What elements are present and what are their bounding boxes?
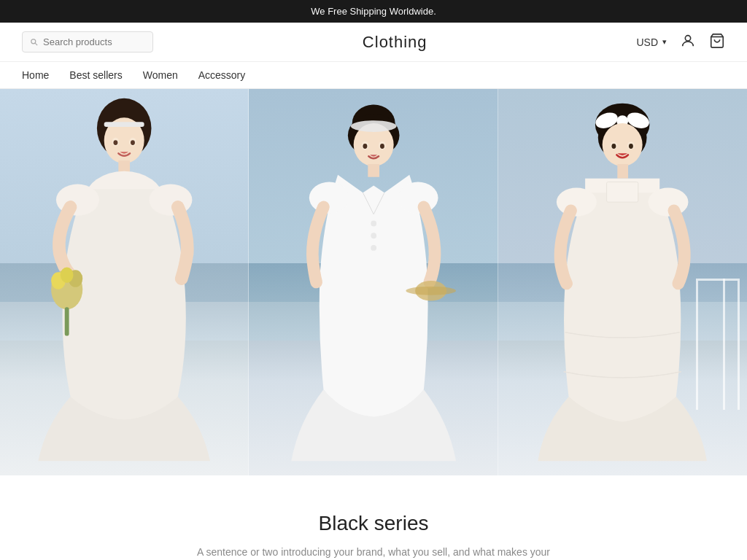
svg-line-1 [35, 43, 37, 45]
svg-rect-24 [368, 164, 379, 177]
svg-point-2 [685, 35, 690, 40]
svg-point-18 [114, 140, 118, 145]
svg-point-41 [603, 123, 643, 166]
promo-banner: We Free Shipping Worldwide. [0, 0, 747, 23]
svg-point-19 [131, 140, 135, 145]
nav-women[interactable]: Women [143, 69, 178, 81]
header-actions: USD ▾ [636, 33, 725, 52]
nav-best-sellers[interactable]: Best sellers [69, 69, 122, 81]
model-figure-3 [498, 89, 747, 475]
svg-rect-43 [607, 182, 638, 202]
svg-point-31 [406, 287, 456, 295]
hero-panel-1 [0, 89, 249, 475]
svg-point-49 [629, 144, 633, 149]
svg-rect-15 [65, 307, 69, 335]
search-icon [30, 37, 39, 47]
promo-text: We Free Shipping Worldwide. [311, 6, 436, 17]
site-logo[interactable]: Clothing [363, 33, 427, 52]
nav-accessory[interactable]: Accessory [198, 69, 246, 81]
account-icon[interactable] [680, 33, 696, 52]
search-input[interactable] [43, 36, 145, 47]
section-subtitle: A sentence or two introducing your brand… [191, 544, 556, 560]
svg-point-14 [61, 267, 74, 283]
svg-point-48 [612, 144, 616, 149]
currency-chevron-icon: ▾ [662, 37, 667, 47]
svg-point-25 [371, 221, 376, 227]
main-nav: Home Best sellers Women Accessory [0, 62, 747, 89]
svg-point-35 [380, 144, 384, 149]
hero-section [0, 89, 747, 475]
nav-home[interactable]: Home [22, 69, 49, 81]
svg-point-23 [351, 120, 397, 132]
svg-rect-6 [104, 122, 144, 127]
featured-section: Black series A sentence or two introduci… [0, 475, 747, 560]
site-header: Clothing USD ▾ [0, 23, 747, 62]
model-figure-2 [249, 89, 498, 475]
hero-panel-2 [249, 89, 498, 475]
search-box[interactable] [22, 31, 153, 52]
svg-point-0 [31, 39, 36, 43]
svg-point-34 [363, 144, 367, 149]
currency-label: USD [636, 36, 658, 48]
svg-point-27 [371, 245, 376, 251]
svg-point-26 [371, 233, 376, 238]
hero-panel-3 [498, 89, 747, 475]
model-figure-1 [0, 89, 249, 475]
currency-selector[interactable]: USD ▾ [636, 36, 667, 48]
svg-rect-42 [617, 164, 628, 179]
cart-icon[interactable] [709, 33, 725, 52]
section-title: Black series [22, 512, 725, 535]
